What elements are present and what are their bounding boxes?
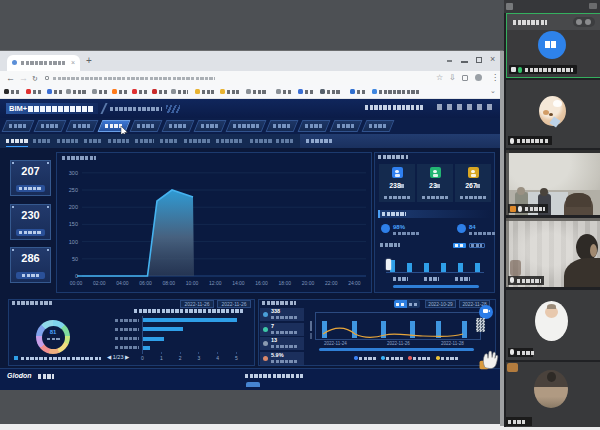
svg-text:300: 300 — [69, 170, 78, 176]
svg-text:16:00: 16:00 — [255, 280, 268, 286]
svg-text:200: 200 — [69, 204, 78, 210]
svg-text:12:00: 12:00 — [209, 280, 222, 286]
svg-text:250: 250 — [69, 187, 78, 193]
svg-text:150: 150 — [69, 221, 78, 227]
svg-text:50: 50 — [72, 256, 78, 262]
svg-text:24:00: 24:00 — [348, 280, 361, 286]
svg-text:02:00: 02:00 — [93, 280, 106, 286]
svg-text:14:00: 14:00 — [232, 280, 245, 286]
svg-text:20:00: 20:00 — [302, 280, 315, 286]
svg-text:22:00: 22:00 — [325, 280, 338, 286]
svg-text:100: 100 — [69, 239, 78, 245]
svg-text:04:00: 04:00 — [116, 280, 129, 286]
svg-text:00:00: 00:00 — [70, 280, 83, 286]
svg-text:18:00: 18:00 — [279, 280, 292, 286]
svg-text:08:00: 08:00 — [163, 280, 176, 286]
svg-text:10:00: 10:00 — [186, 280, 199, 286]
svg-text:06:00: 06:00 — [139, 280, 152, 286]
